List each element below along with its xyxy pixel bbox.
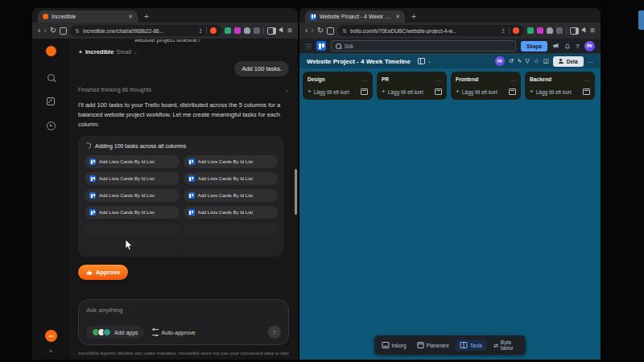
automation-icon[interactable]: ↺ [509, 58, 514, 64]
nav-inbox[interactable]: Inkorg [378, 339, 411, 351]
model-selector[interactable]: ✦ Incredible Small ⌄ [78, 48, 289, 56]
extension-icon[interactable] [537, 27, 543, 34]
incredible-logo[interactable] [46, 46, 56, 56]
tool-call-button[interactable]: Add Lists Cards By Id List [85, 172, 180, 185]
list-menu-icon[interactable]: … [436, 78, 442, 81]
add-apps-button[interactable]: Add apps [86, 326, 144, 339]
sidebar-toggle-icon[interactable] [267, 27, 276, 35]
ghost-extension-icon[interactable] [547, 27, 553, 34]
site-settings-icon[interactable]: ⇅ [342, 28, 347, 34]
trello-search[interactable] [331, 40, 516, 51]
approve-button[interactable]: Approve [78, 265, 128, 280]
sidebar-toggle-icon[interactable] [570, 27, 579, 35]
create-button[interactable]: Skapa [521, 41, 547, 51]
tool-call-button[interactable]: Add Lists Cards By Id List [184, 206, 279, 219]
auto-approve-toggle[interactable]: Auto-approve [152, 329, 196, 335]
visibility-icon[interactable]: ◫ [543, 58, 549, 64]
template-icon[interactable] [583, 88, 590, 95]
chat-input[interactable]: Ask anything [86, 306, 281, 314]
chat-composer[interactable]: Ask anything Add apps Auto-approve [78, 299, 289, 345]
tool-call-button[interactable]: Add Lists Cards By Id List [85, 206, 180, 219]
bookmark-icon[interactable] [327, 27, 334, 35]
share-icon[interactable]: ↥ [501, 28, 506, 34]
filter-icon[interactable]: ▽ [525, 58, 530, 64]
shield-extension-icon[interactable] [210, 27, 217, 34]
member-avatar[interactable]: PK [584, 41, 595, 51]
thinking-summary-row[interactable]: Finished thinking 66 thoughts ⌄ [78, 87, 289, 93]
address-bar[interactable]: ⇅ incredible.one/chat/a0968b22-86... ↥ [70, 25, 221, 36]
history-icon[interactable] [47, 121, 56, 130]
expand-sidebar-icon[interactable]: » [49, 348, 52, 355]
help-icon[interactable]: ? [576, 43, 580, 50]
divider [566, 27, 567, 35]
trello-tab[interactable]: Website Project - 4 Week Tim ✕ [305, 10, 405, 23]
template-icon[interactable] [509, 88, 516, 95]
list-menu-icon[interactable]: … [510, 78, 516, 81]
address-bar[interactable]: ⇅ trello.com/b/70EeDUBC/website-project-… [337, 25, 524, 36]
shield-extension-icon[interactable] [513, 27, 519, 34]
send-button[interactable]: ↑ [268, 326, 281, 339]
tool-call-button[interactable]: Add Lists Cards By Id List [184, 189, 279, 202]
board-menu-icon[interactable]: … [588, 58, 594, 64]
list-name[interactable]: PR [382, 76, 436, 82]
star-icon[interactable]: ☆ [534, 58, 539, 64]
tool-call-button[interactable]: Add Lists Cards By Id List [85, 189, 180, 202]
board-member-avatar[interactable]: PK [495, 56, 505, 66]
chat-scrollbar[interactable] [295, 169, 297, 215]
pointer-tool-icon[interactable] [279, 27, 285, 34]
power-ups-icon[interactable]: ϟ [518, 58, 521, 64]
megaphone-icon[interactable] [552, 43, 559, 49]
menu-icon[interactable]: ≡ [287, 27, 292, 35]
tool-call-button[interactable]: Add Lists Cards By Id List [85, 155, 180, 168]
nav-planner[interactable]: Planerare [413, 339, 454, 351]
search-icon[interactable] [47, 74, 55, 81]
ghost-extension-icon[interactable] [244, 27, 250, 34]
new-tab-button[interactable]: + [411, 13, 416, 21]
trello-logo[interactable] [316, 41, 326, 51]
forward-icon[interactable]: › [311, 27, 313, 35]
site-settings-icon[interactable]: ⇅ [75, 28, 80, 34]
search-input[interactable] [345, 43, 511, 49]
share-button[interactable]: Dela [553, 56, 584, 67]
pointer-tool-icon[interactable] [581, 27, 588, 34]
extension-icon[interactable] [254, 27, 260, 34]
close-tab-icon[interactable]: ✕ [395, 14, 400, 20]
forward-icon[interactable]: › [43, 27, 46, 35]
close-tab-icon[interactable]: ✕ [128, 14, 133, 20]
back-icon[interactable]: ‹ [38, 27, 40, 35]
board-title[interactable]: Website Project - 4 Week Timeline [307, 58, 411, 65]
back-icon[interactable]: ‹ [305, 27, 308, 35]
template-icon[interactable] [361, 88, 368, 95]
add-card-button[interactable]: + Lägg till ett kort [456, 88, 516, 95]
add-card-button[interactable]: + Lägg till ett kort [530, 88, 590, 95]
tool-call-button[interactable]: Add Lists Cards By Id List [184, 172, 279, 185]
extension-icon[interactable] [225, 27, 231, 34]
add-card-button[interactable]: + Lägg till ett kort [308, 88, 368, 95]
list-name[interactable]: Design [308, 76, 362, 82]
bell-icon[interactable] [564, 43, 571, 50]
list-name[interactable]: Backend [530, 76, 584, 82]
share-icon[interactable]: ↥ [198, 28, 203, 34]
reload-icon[interactable]: ↻ [50, 27, 56, 35]
extension-icon[interactable] [556, 27, 563, 34]
incredible-tab[interactable]: Incredible ✕ [38, 10, 138, 23]
view-switcher[interactable]: ⌄ [418, 58, 431, 64]
bookmark-icon[interactable] [60, 27, 67, 35]
template-icon[interactable] [435, 88, 442, 95]
chevron-down-icon[interactable]: ⌄ [285, 87, 289, 93]
user-avatar[interactable] [45, 330, 57, 342]
list-name[interactable]: Frontend [456, 76, 510, 82]
list-menu-icon[interactable]: … [362, 78, 368, 81]
nav-switch-boards[interactable]: ⇄ Byta tavlor [489, 337, 523, 353]
menu-icon[interactable]: ≡ [590, 27, 595, 35]
extension-icon[interactable] [234, 27, 241, 34]
reload-icon[interactable]: ↻ [317, 27, 324, 35]
list-menu-icon[interactable]: … [584, 78, 590, 81]
add-card-button[interactable]: + Lägg till ett kort [382, 88, 442, 95]
nav-board[interactable]: Tavla [456, 339, 487, 351]
extension-icon[interactable] [527, 27, 534, 34]
app-switcher-icon[interactable] [305, 43, 312, 49]
tool-call-button[interactable]: Add Lists Cards By Id List [184, 155, 279, 168]
new-tab-button[interactable]: + [144, 13, 149, 21]
new-chat-icon[interactable] [47, 97, 55, 105]
